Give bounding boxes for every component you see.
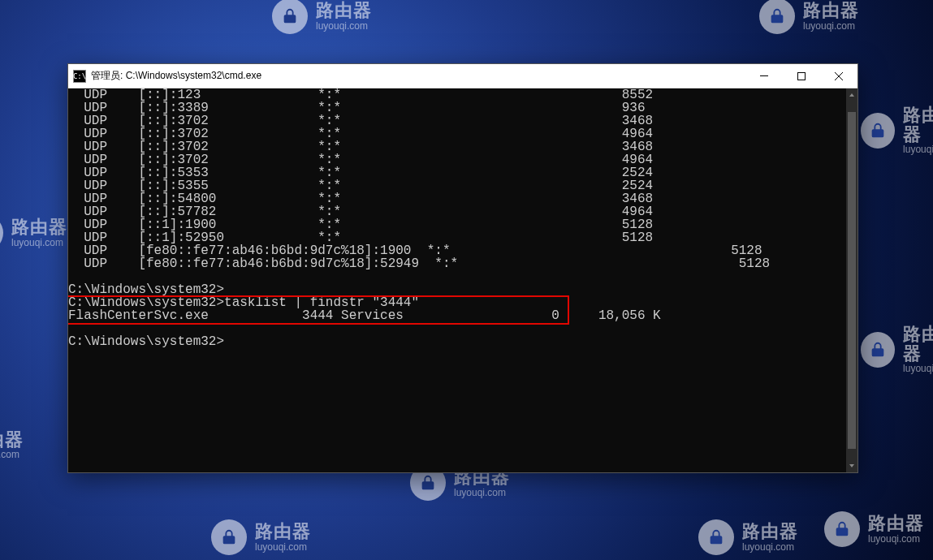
titlebar[interactable]: C:\ 管理员: C:\Windows\system32\cmd.exe (68, 64, 857, 88)
watermark-cn: 路由器 (742, 522, 798, 541)
watermark: 路由器 luyouqi.com (698, 519, 798, 555)
watermark: 路由器 luyouqi.com (861, 325, 933, 375)
watermark-en: luyouqi.com (316, 21, 372, 32)
cmd-window: C:\ 管理员: C:\Windows\system32\cmd.exe UDP… (67, 63, 858, 473)
terminal-line: UDP [::]:3389 *:* 936 (68, 101, 846, 114)
watermark: 路由器 luyouqi.com (0, 215, 67, 251)
scrollbar-vertical[interactable] (846, 88, 857, 472)
terminal-line (68, 270, 846, 283)
watermark-cn: 路由器 (868, 514, 924, 533)
lock-icon (272, 0, 308, 34)
minimize-button[interactable] (745, 64, 783, 88)
lock-icon (824, 511, 860, 547)
watermark-en: luyouqi.com (11, 238, 67, 248)
terminal-line: UDP [fe80::fe77:ab46:b6bd:9d7c%18]:52949… (68, 257, 846, 270)
terminal-line: UDP [::]:5353 *:* 2524 (68, 166, 846, 179)
watermark-cn: 路由器 (11, 218, 67, 237)
watermark-en: luyouqi.com (903, 364, 933, 374)
terminal-line: UDP [::]:123 *:* 8552 (68, 88, 846, 101)
terminal-line: UDP [::1]:52950 *:* 5128 (68, 231, 846, 244)
watermark: 路由器 luyouqi.com (211, 519, 311, 555)
watermark-en: luyouqi.com (803, 21, 859, 32)
watermark-en: luyouqi.com (868, 534, 924, 545)
watermark-cn: 路由器 (0, 430, 24, 450)
lock-icon (0, 215, 3, 251)
watermark: 路由器 luyouqi.com (759, 0, 859, 34)
terminal-line: UDP [::]:3702 *:* 3468 (68, 114, 846, 127)
terminal-line: UDP [::]:3702 *:* 4964 (68, 153, 846, 166)
scroll-up-button[interactable] (846, 88, 857, 101)
cmd-icon: C:\ (73, 70, 86, 83)
watermark: 路由器 luyouqi.com (0, 430, 24, 460)
watermark-en: luyouqi.com (903, 144, 933, 155)
scroll-down-button[interactable] (846, 459, 857, 472)
terminal-line: UDP [::]:3702 *:* 3468 (68, 140, 846, 153)
watermark-en: luyouqi.com (255, 542, 311, 553)
watermark: 路由器 luyouqi.com (272, 0, 372, 34)
watermark-cn: 路由器 (803, 1, 859, 20)
terminal-line: C:\Windows\system32>tasklist | findstr "… (68, 296, 846, 309)
svg-rect-1 (798, 72, 806, 80)
terminal-line: UDP [::]:57782 *:* 4964 (68, 205, 846, 218)
watermark-en: luyouqi.com (742, 542, 798, 553)
lock-icon (698, 519, 734, 555)
terminal-line (68, 322, 846, 335)
scroll-track[interactable] (846, 101, 857, 459)
watermark-cn: 路由器 (903, 106, 933, 144)
terminal-line: FlashCenterSvc.exe 3444 Services 0 18,05… (68, 309, 846, 322)
watermark-en: luyouqi.com (0, 450, 24, 460)
scroll-thumb[interactable] (848, 112, 856, 449)
watermark-cn: 路由器 (255, 522, 311, 541)
terminal-output[interactable]: UDP [::]:123 *:* 8552 UDP [::]:3389 *:* … (68, 88, 846, 472)
lock-icon (861, 113, 895, 149)
terminal-line: UDP [::]:3702 *:* 4964 (68, 127, 846, 140)
lock-icon (211, 519, 247, 555)
terminal-line: UDP [::1]:1900 *:* 5128 (68, 218, 846, 231)
terminal-line: UDP [::]:54800 *:* 3468 (68, 192, 846, 205)
watermark: 路由器 luyouqi.com (824, 511, 924, 547)
svg-rect-0 (760, 75, 768, 76)
maximize-button[interactable] (783, 64, 820, 88)
terminal-line: UDP [fe80::fe77:ab46:b6bd:9d7c%18]:1900 … (68, 244, 846, 257)
terminal-line: C:\Windows\system32> (68, 335, 846, 348)
watermark-cn: 路由器 (316, 1, 372, 20)
window-title: 管理员: C:\Windows\system32\cmd.exe (91, 69, 261, 83)
lock-icon (759, 0, 795, 34)
watermark-en: luyouqi.com (454, 488, 510, 498)
watermark: 路由器 luyouqi.com (861, 106, 933, 156)
terminal-area[interactable]: UDP [::]:123 *:* 8552 UDP [::]:3389 *:* … (68, 88, 857, 472)
terminal-line: UDP [::]:5355 *:* 2524 (68, 179, 846, 192)
lock-icon (861, 332, 895, 368)
terminal-line: C:\Windows\system32> (68, 283, 846, 296)
close-button[interactable] (820, 64, 857, 88)
watermark-cn: 路由器 (903, 325, 933, 364)
